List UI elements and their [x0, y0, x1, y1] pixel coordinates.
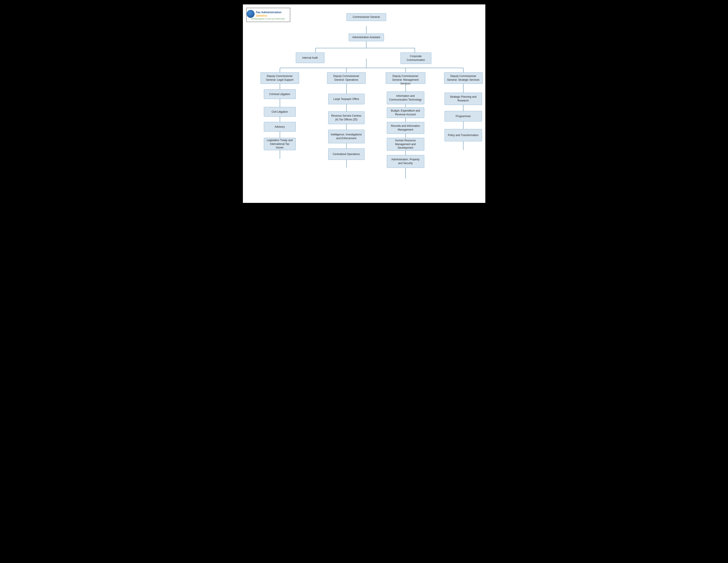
centralized-operations-box: Centralized Operations — [328, 148, 365, 160]
administrative-assistant-box: Administrative Assistant — [349, 33, 384, 41]
programmes-box: Programmes — [445, 111, 482, 121]
policy-transformation-box: Policy and Transformation — [445, 129, 482, 141]
dcg-management-box: Deputy Commissioner General- Management … — [386, 72, 425, 84]
budget-box: Budget, Expenditure and Revenue Account — [387, 107, 424, 118]
admin-property-box: Administration, Property and Security — [387, 155, 424, 168]
dcg-strategic-box: Deputy Commissioner General- Strategic S… — [444, 72, 483, 84]
civil-litigation-box: Civil Litigation — [264, 107, 296, 117]
large-taxpayer-box: Large Taxpayer Office — [328, 94, 365, 104]
ict-box: Information and Communication Technology — [387, 91, 424, 104]
criminal-litigation-box: Criminal Litigation — [264, 89, 296, 99]
legislation-treaty-box: Legislation Treaty and International Tax… — [264, 138, 296, 150]
hrmd-box: Human Resource Management and Developmen… — [387, 138, 424, 151]
records-box: Records and Information Management — [387, 122, 424, 134]
org-chart: Commissioner General Administrative Assi… — [247, 9, 481, 196]
commissioner-general-box: Commissioner General — [346, 13, 386, 21]
page: Tax Administration Jamaica Working toget… — [243, 4, 485, 203]
dcg-legal-box: Deputy Commissioner General- Legal Suppo… — [261, 72, 299, 84]
internal-audit-box: Internal Audit — [296, 52, 324, 63]
strategic-planning-box: Strategic Planning and Research — [445, 93, 482, 105]
advisory-box: Advisory — [264, 122, 296, 132]
revenue-service-box: Revenue Service Centres (4) Tax Offices … — [328, 111, 365, 124]
dcg-operations-box: Deputy Commissioner General- Operations — [327, 72, 366, 84]
intelligence-box: Intelligence, Investigations and Enforce… — [328, 130, 365, 143]
corporate-communication-box: Corporate Communication — [400, 52, 431, 64]
